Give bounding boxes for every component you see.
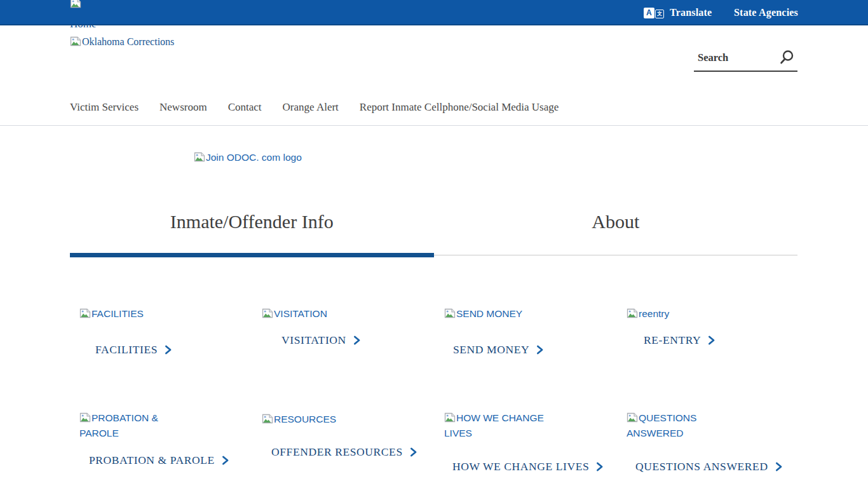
- resources-broken-image[interactable]: RESOURCES: [262, 412, 336, 427]
- state-agencies-label: State Agencies: [734, 7, 798, 18]
- home-logo-link[interactable]: Home: [70, 0, 82, 10]
- broken-image-icon: [262, 414, 273, 424]
- translate-button[interactable]: A 文 Translate: [644, 0, 712, 25]
- probation-parole-link[interactable]: PROBATION & PAROLE: [89, 454, 229, 467]
- chevron-right-icon: [708, 336, 715, 345]
- facilities-broken-image[interactable]: FACILITIES: [79, 306, 144, 322]
- chevron-right-icon: [596, 462, 604, 471]
- send-money-broken-image[interactable]: SEND MONEY: [444, 306, 522, 322]
- search-box: [694, 46, 797, 72]
- section-tabs: Inmate/Offender Info About: [70, 202, 797, 241]
- oklahoma-corrections-logo-link[interactable]: Oklahoma Corrections: [70, 36, 174, 48]
- image-alt-text: PROBATION & PAROLE: [79, 412, 158, 438]
- image-alt-text: FACILITIES: [92, 308, 144, 319]
- chevron-right-icon: [410, 447, 417, 457]
- tab-inmate-offender-info[interactable]: Inmate/Offender Info: [70, 202, 434, 241]
- probation-parole-broken-image[interactable]: PROBATION & PAROLE: [79, 410, 175, 441]
- broken-image-icon: [70, 36, 81, 46]
- image-alt-text: RESOURCES: [274, 414, 336, 424]
- broken-image-icon: [627, 308, 638, 318]
- search-input[interactable]: [698, 50, 774, 66]
- tab-about[interactable]: About: [434, 202, 798, 241]
- broken-image-icon: [79, 308, 91, 318]
- visitation-link[interactable]: VISITATION: [281, 334, 361, 347]
- nav-item-contact[interactable]: Contact: [228, 101, 262, 114]
- how-we-change-lives-broken-image[interactable]: HOW WE CHANGE LIVES: [444, 410, 547, 441]
- nav-item-orange-alert[interactable]: Orange Alert: [283, 101, 339, 114]
- image-alt-text: reentry: [639, 308, 669, 319]
- chevron-right-icon: [353, 336, 361, 345]
- link-label: HOW WE CHANGE LIVES: [452, 460, 589, 473]
- link-label: QUESTIONS ANSWERED: [635, 460, 768, 473]
- top-utility-bar: A 文 Translate State Agencies: [0, 0, 868, 25]
- join-odoc-logo-link[interactable]: Join ODOC. com logo: [194, 152, 302, 163]
- questions-answered-broken-image[interactable]: QUESTIONS ANSWERED: [627, 410, 704, 441]
- link-label: PROBATION & PAROLE: [89, 454, 215, 467]
- questions-answered-link[interactable]: QUESTIONS ANSWERED: [635, 460, 783, 473]
- chevron-right-icon: [165, 345, 172, 355]
- chevron-right-icon: [775, 462, 783, 471]
- how-we-change-lives-link[interactable]: HOW WE CHANGE LIVES: [452, 460, 604, 473]
- broken-image-icon: [79, 412, 91, 423]
- broken-image-icon: [444, 412, 456, 423]
- main-navigation: Victim Services Newsroom Contact Orange …: [70, 101, 559, 114]
- link-label: OFFENDER RESOURCES: [271, 445, 403, 459]
- active-tab-underline: [70, 253, 434, 257]
- offender-resources-link[interactable]: OFFENDER RESOURCES: [271, 445, 417, 459]
- oklahoma-corrections-alt-text: Oklahoma Corrections: [82, 36, 174, 47]
- broken-image-icon: [194, 152, 205, 162]
- image-alt-text: HOW WE CHANGE LIVES: [444, 412, 544, 438]
- reentry-broken-image[interactable]: reentry: [627, 306, 669, 322]
- broken-image-icon: [444, 308, 456, 318]
- facilities-link[interactable]: FACILITIES: [95, 343, 172, 356]
- page: Home A 文 Translate State Agencies Oklaho…: [0, 0, 868, 488]
- search-icon: [778, 49, 795, 65]
- visitation-broken-image[interactable]: VISITATION: [262, 306, 327, 322]
- nav-item-victim-services[interactable]: Victim Services: [70, 101, 139, 114]
- chevron-right-icon: [222, 456, 229, 465]
- re-entry-link[interactable]: RE-ENTRY: [644, 334, 715, 347]
- search-button[interactable]: [777, 48, 796, 67]
- link-label: SEND MONEY: [453, 343, 529, 356]
- state-agencies-link[interactable]: State Agencies: [734, 0, 798, 25]
- translate-icon: A 文: [644, 8, 664, 18]
- link-label: VISITATION: [281, 334, 346, 347]
- chevron-right-icon: [536, 345, 544, 355]
- join-odoc-alt-text: Join ODOC. com logo: [206, 152, 302, 163]
- image-alt-text: SEND MONEY: [456, 308, 522, 319]
- link-label: FACILITIES: [95, 343, 158, 356]
- broken-image-icon: [262, 308, 273, 318]
- broken-image-icon: [627, 412, 638, 423]
- nav-item-newsroom[interactable]: Newsroom: [159, 101, 207, 114]
- inactive-tab-underline: [434, 255, 797, 255]
- broken-image-icon: [70, 0, 81, 8]
- translate-label: Translate: [670, 7, 712, 18]
- send-money-link[interactable]: SEND MONEY: [453, 343, 544, 356]
- link-label: RE-ENTRY: [644, 334, 701, 347]
- image-alt-text: VISITATION: [274, 308, 327, 319]
- header-divider: [0, 125, 868, 126]
- nav-item-report-inmate-cellphone[interactable]: Report Inmate Cellphone/Social Media Usa…: [360, 101, 559, 114]
